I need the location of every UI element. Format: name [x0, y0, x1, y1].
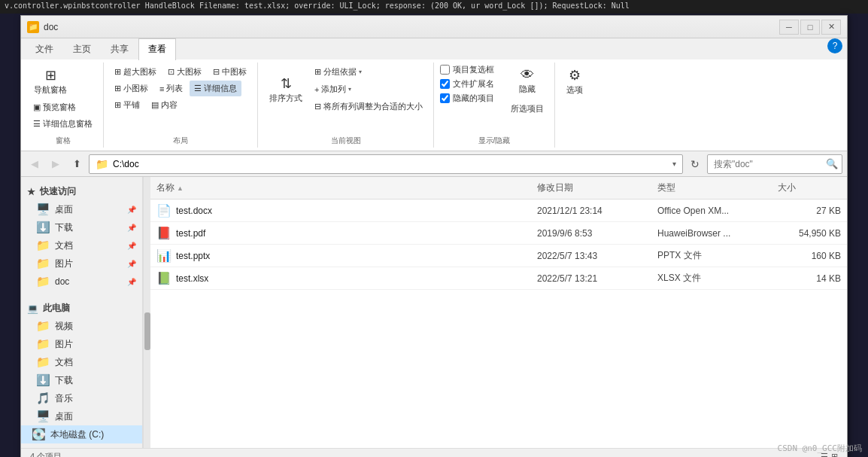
file-name-docx: 📄 test.docx — [150, 201, 531, 220]
sidebar-item-local-disk[interactable]: 💽 本地磁盘 (C:) — [21, 425, 142, 443]
music-icon: 🎵 — [36, 391, 50, 405]
desktop-icon: 🖥️ — [36, 203, 50, 216]
tab-home[interactable]: 主页 — [63, 38, 101, 59]
details-button[interactable]: ☰ 详细信息 — [190, 81, 241, 96]
title-bar: 📁 doc ─ □ ✕ — [21, 16, 847, 38]
options-button[interactable]: ⚙ 选项 — [561, 64, 588, 99]
video-icon: 📁 — [36, 319, 50, 333]
refresh-button[interactable]: ↻ — [686, 155, 704, 173]
close-button[interactable]: ✕ — [821, 20, 841, 35]
add-column-button[interactable]: + 添加列 ▾ — [310, 81, 427, 97]
column-type[interactable]: 类型 — [651, 180, 772, 196]
hidden-items-checkbox[interactable] — [440, 93, 450, 103]
group-by-button[interactable]: ⊞ 分组依据 ▾ — [310, 64, 427, 80]
address-dropdown-arrow[interactable]: ▾ — [672, 160, 676, 168]
file-date-pdf: 2019/9/6 8:53 — [531, 226, 651, 241]
nav-pane-button[interactable]: ⊞ 导航窗格 — [29, 64, 72, 99]
minimize-button[interactable]: ─ — [779, 20, 799, 35]
item-checkbox[interactable] — [440, 65, 450, 75]
sidebar-item-downloads-quick[interactable]: ⬇️ 下载 📌 — [21, 218, 142, 236]
back-button[interactable]: ◀ — [26, 155, 44, 173]
file-type-docx: Office Open XM... — [651, 203, 772, 218]
file-ext-checkbox-label[interactable]: 文件扩展名 — [440, 78, 494, 90]
sidebar-scrollbar[interactable] — [143, 177, 150, 448]
title-controls: ─ □ ✕ — [779, 20, 841, 35]
docx-icon: 📄 — [156, 203, 171, 218]
sidebar-item-docs-quick[interactable]: 📁 文档 📌 — [21, 236, 142, 254]
preview-pane-button[interactable]: ▣ 预览窗格 — [29, 99, 80, 115]
list-icon: ≡ — [159, 84, 164, 93]
file-date-docx: 2021/12/1 23:14 — [531, 203, 651, 218]
pin-icon5: 📌 — [127, 278, 136, 286]
hide-button[interactable]: 👁 隐藏 — [514, 64, 541, 98]
file-size-pdf: 54,950 KB — [772, 226, 847, 241]
small-icons-button[interactable]: ⊞ 小图标 — [110, 81, 153, 96]
pptx-icon: 📊 — [156, 248, 171, 263]
file-ext-checkbox[interactable] — [440, 79, 450, 89]
file-date-xlsx: 2022/5/7 13:21 — [531, 271, 651, 286]
item-checkbox-label[interactable]: 项目复选框 — [440, 64, 494, 75]
pictures-icon: 📁 — [36, 257, 50, 270]
tile-button[interactable]: ⊞ 平铺 — [110, 97, 144, 113]
medium-icons-button[interactable]: ⊟ 中图标 — [208, 64, 251, 80]
extra-large-icons-button[interactable]: ⊞ 超大图标 — [110, 64, 161, 80]
options-icon: ⚙ — [569, 67, 581, 84]
sidebar-item-pictures-quick[interactable]: 📁 图片 📌 — [21, 254, 142, 273]
maximize-button[interactable]: □ — [800, 20, 820, 35]
address-text: C:\doc — [113, 159, 668, 169]
fit-columns-button[interactable]: ⊟ 将所有列调整为合适的大小 — [310, 99, 427, 114]
sidebar-item-pictures-pc[interactable]: 📁 图片 — [21, 335, 142, 353]
content-button[interactable]: ▤ 内容 — [147, 97, 182, 113]
ribbon-row-nav: ⊞ 导航窗格 — [29, 64, 72, 99]
tab-share[interactable]: 共享 — [101, 38, 138, 59]
sidebar-item-desktop-quick[interactable]: 🖥️ 桌面 📌 — [21, 200, 142, 218]
hidden-items-checkbox-label[interactable]: 隐藏的项目 — [440, 93, 494, 104]
list-button[interactable]: ≡ 列表 — [155, 81, 187, 96]
sidebar-this-pc[interactable]: 💻 此电脑 — [21, 300, 142, 317]
sidebar-quick-access[interactable]: ★ 快速访问 — [21, 183, 142, 200]
forward-button[interactable]: ▶ — [47, 155, 65, 173]
column-size[interactable]: 大小 — [772, 180, 847, 196]
large-icons-button[interactable]: ⊡ 大图标 — [163, 64, 206, 80]
file-type-pptx: PPTX 文件 — [651, 247, 772, 264]
selected-items-button[interactable]: 所选项目 — [506, 101, 548, 117]
file-list: 名称 ▲ 修改日期 类型 大小 📄 test.docx — [150, 177, 847, 448]
main-area: ★ 快速访问 🖥️ 桌面 📌 ⬇️ 下载 📌 📁 文档 📌 — [21, 177, 847, 448]
address-bar[interactable]: 📁 C:\doc ▾ — [89, 154, 683, 174]
help-button[interactable]: ? — [827, 38, 842, 53]
explorer-window: 📁 doc ─ □ ✕ 文件 主页 共享 查看 ? ⊞ 导航窗格 — [20, 15, 848, 457]
ribbon-row-preview: ▣ 预览窗格 — [29, 99, 80, 115]
pin-icon: 📌 — [127, 206, 136, 214]
ribbon-group-options: ⚙ 选项 — [558, 62, 603, 148]
up-button[interactable]: ⬆ — [68, 155, 86, 173]
window-icon: 📁 — [27, 21, 39, 33]
tile-icon: ⊞ — [114, 100, 121, 110]
sidebar-item-music[interactable]: 🎵 音乐 — [21, 389, 142, 407]
file-list-header: 名称 ▲ 修改日期 类型 大小 — [150, 177, 847, 200]
downloads-pc-icon: ⬇️ — [36, 373, 50, 387]
file-name-pdf: 📕 test.pdf — [150, 224, 531, 242]
sidebar-item-downloads-pc[interactable]: ⬇️ 下载 — [21, 371, 142, 389]
sort-button[interactable]: ⇅ 排序方式 — [264, 72, 308, 107]
column-date[interactable]: 修改日期 — [531, 180, 651, 196]
column-name[interactable]: 名称 ▲ — [150, 180, 531, 196]
sidebar-item-docs-pc[interactable]: 📁 文档 — [21, 353, 142, 371]
sidebar-item-desktop-pc[interactable]: 🖥️ 桌面 — [21, 407, 142, 425]
sidebar-item-doc-quick[interactable]: 📁 doc 📌 — [21, 273, 142, 291]
doc-folder-icon: 📁 — [36, 275, 50, 288]
search-wrapper: 🔍 — [707, 154, 842, 174]
desktop-pc-icon: 🖥️ — [36, 410, 50, 423]
quick-access-icon: ★ — [27, 187, 35, 197]
search-input[interactable] — [707, 154, 842, 174]
details-pane-button[interactable]: ☰ 详细信息窗格 — [29, 116, 97, 132]
sidebar-item-video[interactable]: 📁 视频 — [21, 317, 142, 335]
tab-file[interactable]: 文件 — [26, 38, 63, 59]
file-row[interactable]: 📕 test.pdf 2019/9/6 8:53 HuaweiBrowser .… — [150, 222, 847, 245]
sort-icon: ⇅ — [281, 75, 292, 92]
file-row[interactable]: 📊 test.pptx 2022/5/7 13:43 PPTX 文件 160 K… — [150, 245, 847, 267]
file-row[interactable]: 📗 test.xlsx 2022/5/7 13:21 XLSX 文件 14 KB — [150, 267, 847, 290]
add-column-icon: + — [314, 85, 319, 94]
tab-view[interactable]: 查看 — [138, 38, 176, 60]
file-row[interactable]: 📄 test.docx 2021/12/1 23:14 Office Open … — [150, 200, 847, 222]
ribbon-group-show-hide: 项目复选框 文件扩展名 隐藏的项目 👁 隐藏 — [437, 62, 555, 148]
